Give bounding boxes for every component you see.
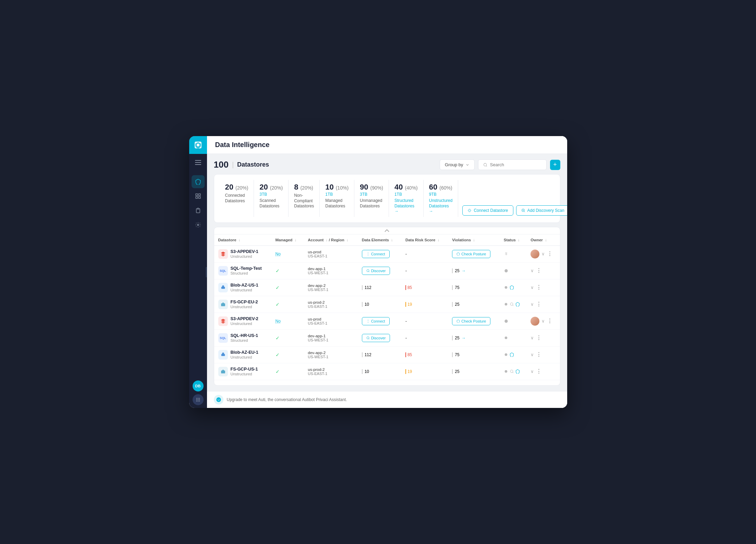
unmanaged-num: 90 xyxy=(360,183,368,192)
svg-point-18 xyxy=(197,401,198,402)
check-posture-button[interactable]: Check Posture xyxy=(452,317,490,325)
table-row: FS-GCP-EU-2Unstructured ✓ us-prod-2US-EA… xyxy=(214,296,560,313)
managed-yes-indicator: ✓ xyxy=(276,302,280,307)
datastores-table-container: Datastore ↓ Managed ↓ Account ↓ / Region… xyxy=(214,227,560,386)
row-expand-button[interactable]: ∨ xyxy=(531,335,534,340)
col-risk-score: Data Risk Score ↓ xyxy=(401,234,448,246)
row-more-button[interactable]: ⋮ xyxy=(536,267,541,274)
svg-rect-32 xyxy=(221,354,225,356)
plug-status-icon xyxy=(504,369,508,374)
search-icon xyxy=(483,162,487,167)
col-owner: Owner ↓ xyxy=(526,234,560,246)
svg-point-37 xyxy=(216,397,221,402)
plug-status-icon xyxy=(504,268,509,273)
table-body: S3-APPDEV-1Unstructured No us-prodUS-EAS… xyxy=(214,245,560,380)
status-icons-cell xyxy=(504,268,523,273)
row-more-button[interactable]: ⋮ xyxy=(536,301,541,307)
sidebar-item-clipboard[interactable] xyxy=(192,204,205,217)
row-expand-button[interactable]: ∨ xyxy=(531,302,534,307)
row-more-button[interactable]: ⋮ xyxy=(536,284,541,291)
row-more-button[interactable]: ⋮ xyxy=(547,318,552,324)
row-more-button[interactable]: ⋮ xyxy=(536,335,541,341)
managed-no-link[interactable]: No xyxy=(276,319,281,324)
check-posture-button[interactable]: Check Posture xyxy=(452,250,490,258)
datastore-cell: Blob-AZ-EU-1Unstructured xyxy=(218,350,267,360)
unstructured-sub: 9TB xyxy=(429,192,453,197)
blob-icon xyxy=(218,350,228,360)
datastore-cell: S3-APPDEV-2Unstructured xyxy=(218,316,267,326)
svg-point-31 xyxy=(504,337,507,339)
table-row: FS-GCP-US-1Unstructured ✓ us-prod-2US-EA… xyxy=(214,363,560,380)
search-box xyxy=(478,159,547,170)
col-managed: Managed ↓ xyxy=(271,234,304,246)
page-title: Data Intelligence xyxy=(215,141,559,149)
sidebar-resize-handle[interactable] xyxy=(206,267,207,277)
stat-structured: 40(40%) 1TB Structured Datastores → xyxy=(389,180,424,217)
table-row: S3-APPDEV-2Unstructured No us-prodUS-EAS… xyxy=(214,313,560,329)
col-data-elements: Data Elements ↓ xyxy=(358,234,401,246)
datastore-cell: FS-GCP-EU-2Unstructured xyxy=(218,300,267,309)
user-avatar-db[interactable]: DB xyxy=(193,380,204,391)
plug-icon xyxy=(467,208,472,213)
search-input[interactable] xyxy=(490,162,541,167)
structured-link[interactable]: Structured Datastores → xyxy=(394,198,418,214)
connect-icon xyxy=(366,319,370,323)
svg-point-33 xyxy=(504,353,507,356)
auti-avatar xyxy=(214,395,223,404)
datastores-table: Datastore ↓ Managed ↓ Account ↓ / Region… xyxy=(214,234,560,380)
svg-point-23 xyxy=(504,269,508,272)
discover-button[interactable]: Discover xyxy=(362,267,390,275)
row-expand-button[interactable]: ∨ xyxy=(541,318,545,324)
managed-no-link[interactable]: No xyxy=(276,252,281,256)
connect-button[interactable]: Connect xyxy=(362,317,390,325)
status-icons-cell xyxy=(504,336,523,340)
scanned-num: 20 xyxy=(259,183,268,192)
svg-rect-24 xyxy=(221,287,225,289)
row-expand-button[interactable]: ∨ xyxy=(541,251,545,256)
discover-button[interactable]: Discover xyxy=(362,334,390,342)
svg-point-19 xyxy=(199,401,200,402)
row-more-button[interactable]: ⋮ xyxy=(547,251,552,257)
plug-status-icon xyxy=(504,252,509,256)
status-icons-cell xyxy=(504,285,523,290)
noncompliant-num: 8 xyxy=(294,183,298,192)
auti-icon xyxy=(216,397,221,402)
stat-unstructured: 60(60%) 9TB Unstructured Datastores → xyxy=(424,180,459,217)
table-expand-toggle[interactable] xyxy=(214,227,560,234)
status-icons-cell xyxy=(504,352,523,357)
svg-point-22 xyxy=(367,269,369,272)
row-more-button[interactable]: ⋮ xyxy=(536,351,541,358)
managed-num: 10 xyxy=(325,183,333,192)
main-content: Data Intelligence 100 | Datastores Group… xyxy=(207,136,567,408)
connect-button[interactable]: Connect xyxy=(362,250,390,258)
structured-sub: 1TB xyxy=(394,192,418,197)
add-icon xyxy=(521,208,525,213)
connect-icon xyxy=(366,252,370,256)
group-by-button[interactable]: Group by xyxy=(440,159,474,170)
svg-point-14 xyxy=(196,399,197,400)
sidebar-item-settings[interactable] xyxy=(192,218,205,231)
sidebar-item-grid[interactable] xyxy=(192,190,205,203)
row-expand-button[interactable]: ∨ xyxy=(531,369,534,374)
add-discovery-scan-button[interactable]: Add Discovery Scan xyxy=(516,205,567,216)
managed-label: ManagedDatastores xyxy=(325,198,349,209)
hamburger-menu[interactable] xyxy=(192,157,205,170)
row-expand-button[interactable]: ∨ xyxy=(531,352,534,357)
stat-connected: 20(20%) ConnectedDatastores xyxy=(220,180,254,217)
sidebar-item-shield[interactable] xyxy=(192,175,205,188)
row-more-button[interactable]: ⋮ xyxy=(536,368,541,375)
add-button[interactable]: + xyxy=(550,160,560,170)
posture-icon xyxy=(456,252,460,256)
scanned-sub: 3TB xyxy=(259,192,283,197)
grid-icon-bottom[interactable] xyxy=(193,394,204,405)
connect-datastore-button[interactable]: Connect Datastore xyxy=(462,205,513,216)
unmanaged-label: UnmanagedDatastores xyxy=(360,198,383,209)
fs-icon xyxy=(218,300,228,309)
status-icons-cell xyxy=(504,252,523,256)
row-expand-button[interactable]: ∨ xyxy=(531,268,534,273)
svg-point-38 xyxy=(218,399,218,400)
app-logo[interactable] xyxy=(189,136,207,154)
stats-cards: 20(20%) ConnectedDatastores 20(20%) 3TB … xyxy=(214,174,560,223)
unstructured-link[interactable]: Unstructured Datastores → xyxy=(429,198,453,214)
row-expand-button[interactable]: ∨ xyxy=(531,285,534,290)
